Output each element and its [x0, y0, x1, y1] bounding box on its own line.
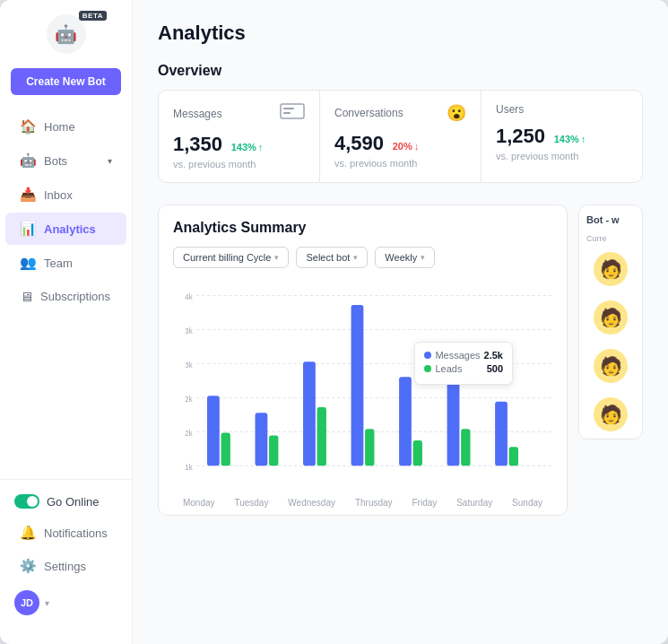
svg-text:4k: 4k: [185, 292, 193, 301]
svg-text:2k: 2k: [185, 394, 193, 404]
card-change-users: 143% ↑: [554, 134, 586, 144]
card-header-users: Users: [496, 103, 628, 116]
team-icon: 👥: [20, 255, 37, 271]
card-value-messages: 1,350 143% ↑: [173, 133, 305, 156]
summary-header: Analytics Summary: [159, 205, 567, 236]
chart-area: 4k 3k 3k 2k 2k 1k: [159, 279, 567, 494]
user-avatar: JD: [14, 590, 39, 615]
analytics-icon: 📊: [20, 221, 37, 237]
create-bot-button[interactable]: Create New Bot: [11, 68, 121, 95]
svg-rect-27: [495, 402, 508, 466]
x-label-friday: Friday: [412, 498, 437, 508]
card-title-users: Users: [496, 103, 524, 116]
billing-cycle-dropdown[interactable]: Current billing Cycle ▾: [173, 247, 289, 268]
svg-rect-0: [281, 104, 304, 118]
overview-cards: Messages 1,350 143% ↑ vs. pr: [158, 90, 643, 183]
overview-card-messages: Messages 1,350 143% ↑ vs. pr: [159, 91, 320, 182]
card-vs-users: vs. previous month: [496, 151, 628, 161]
sidebar-item-label-notifications: Notifications: [44, 527, 112, 540]
page-title: Analytics: [158, 22, 643, 45]
bot-avatar-3[interactable]: 🧑: [579, 342, 642, 390]
sidebar-item-subscriptions[interactable]: 🖥 Subscriptions: [5, 281, 126, 312]
beta-badge: BETA: [79, 11, 107, 21]
svg-rect-22: [365, 429, 374, 466]
weekly-dropdown[interactable]: Weekly ▾: [375, 247, 435, 268]
svg-rect-17: [256, 413, 268, 466]
svg-rect-15: [207, 396, 220, 466]
subscriptions-icon: 🖥: [20, 289, 33, 304]
sidebar-item-home[interactable]: 🏠 Home: [5, 110, 126, 143]
svg-text:2k: 2k: [185, 428, 193, 438]
svg-rect-21: [351, 305, 364, 466]
svg-rect-25: [447, 352, 460, 466]
card-value-users: 1,250 143% ↑: [496, 125, 628, 148]
chart-x-labels: Monday Tuesday Wednesday Thrusday Friday…: [159, 494, 567, 515]
notifications-icon: 🔔: [20, 525, 37, 541]
overview-card-conversations: Conversations 😮 4,590 20% ↓ vs. previous…: [320, 91, 481, 182]
sidebar-item-team[interactable]: 👥 Team: [5, 247, 126, 279]
card-title-conversations: Conversations: [334, 107, 403, 119]
card-vs-messages: vs. previous month: [173, 159, 305, 170]
main-content: Analytics Overview Messages 1,3: [133, 0, 668, 644]
bot-avatar-icon-2: 🧑: [594, 300, 628, 335]
svg-rect-23: [399, 377, 412, 466]
x-label-sunday: Sunday: [512, 498, 542, 508]
messages-card-icon: [280, 103, 305, 124]
home-icon: 🏠: [20, 118, 37, 135]
sidebar-item-label-subscriptions: Subscriptions: [40, 290, 112, 303]
x-label-monday: Monday: [183, 498, 215, 508]
sidebar-item-inbox[interactable]: 📥 Inbox: [5, 178, 126, 211]
x-label-saturday: Saturday: [456, 498, 492, 508]
go-online-toggle[interactable]: Go Online: [0, 487, 132, 516]
x-label-wednesday: Wednesday: [288, 498, 335, 508]
app-container: 🤖 BETA Create New Bot 🏠 Home 🤖 Bots ▾ 📥 …: [0, 0, 668, 644]
bar-chart: 4k 3k 3k 2k 2k 1k: [173, 286, 552, 494]
inbox-icon: 📥: [20, 187, 37, 203]
sidebar-item-settings[interactable]: ⚙️ Settings: [5, 550, 126, 582]
select-bot-chevron-icon: ▾: [353, 253, 358, 262]
bot-avatar-icon-4: 🧑: [594, 397, 628, 431]
card-header-messages: Messages: [173, 103, 305, 124]
svg-rect-19: [303, 361, 316, 466]
bot-avatar-icon-1: 🧑: [594, 252, 628, 286]
svg-rect-20: [317, 407, 326, 466]
svg-rect-1: [283, 108, 294, 109]
x-label-tuesday: Tuesday: [234, 498, 268, 508]
bot-avatar-4[interactable]: 🧑: [579, 390, 642, 439]
sidebar-item-notifications[interactable]: 🔔 Notifications: [5, 517, 126, 549]
user-profile-row[interactable]: JD ▾: [0, 583, 132, 622]
bots-chevron-icon: ▾: [108, 156, 112, 166]
conversations-card-icon: 😮: [447, 103, 466, 123]
card-change-messages: 143% ↑: [231, 142, 264, 152]
svg-text:3k: 3k: [185, 360, 193, 370]
sidebar-bottom: Go Online 🔔 Notifications ⚙️ Settings JD…: [0, 479, 132, 630]
sidebar-item-label-bots: Bots: [44, 154, 100, 168]
sidebar: 🤖 BETA Create New Bot 🏠 Home 🤖 Bots ▾ 📥 …: [0, 0, 133, 644]
weekly-chevron-icon: ▾: [421, 253, 425, 262]
sidebar-item-analytics[interactable]: 📊 Analytics: [5, 213, 126, 245]
svg-text:1k: 1k: [185, 462, 193, 472]
card-title-messages: Messages: [173, 108, 222, 120]
summary-section: Analytics Summary Current billing Cycle …: [158, 205, 568, 516]
user-dropdown-icon: ▾: [45, 598, 49, 608]
svg-text:3k: 3k: [185, 326, 193, 335]
bot-avatar-1[interactable]: 🧑: [579, 245, 642, 293]
bot-avatar-2[interactable]: 🧑: [579, 293, 642, 342]
svg-rect-16: [221, 432, 230, 466]
card-vs-conversations: vs. previous month: [334, 158, 466, 169]
sidebar-item-label-inbox: Inbox: [44, 188, 112, 202]
summary-title: Analytics Summary: [173, 220, 307, 236]
select-bot-dropdown[interactable]: Select bot ▾: [296, 247, 368, 268]
logo-area: 🤖 BETA: [0, 14, 132, 54]
svg-rect-28: [509, 447, 518, 466]
bot-panel: Bot - w Curre 🧑 🧑 🧑 🧑: [578, 205, 643, 439]
bot-avatar-icon-3: 🧑: [594, 349, 628, 383]
settings-icon: ⚙️: [20, 558, 37, 574]
online-toggle-switch[interactable]: [14, 494, 39, 509]
bot-panel-sublabel: Curre: [579, 231, 642, 245]
svg-rect-24: [413, 440, 422, 466]
bot-panel-title: Bot - w: [579, 205, 642, 231]
sidebar-item-bots[interactable]: 🤖 Bots ▾: [5, 144, 126, 177]
card-change-conversations: 20% ↓: [393, 141, 420, 152]
sidebar-item-label-team: Team: [44, 257, 112, 270]
